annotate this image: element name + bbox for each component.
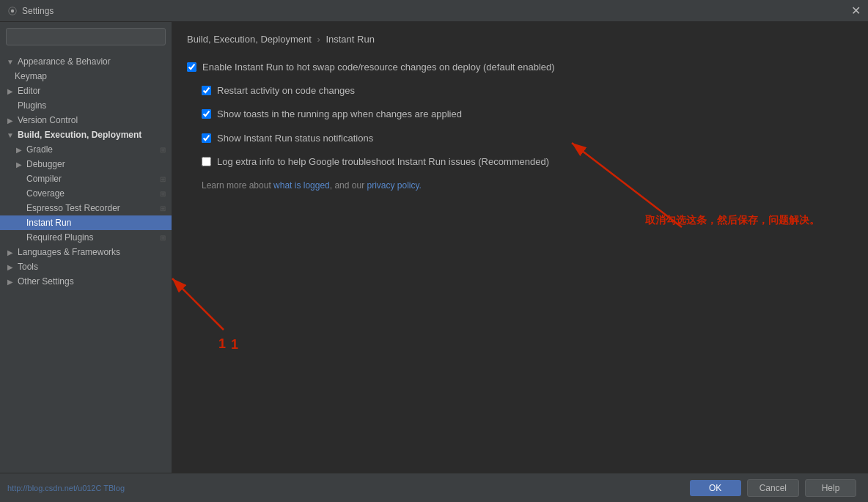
checkbox-label-enable-instant-run: Enable Instant Run to hot swap code/reso…	[202, 61, 555, 74]
checkbox-log-extra-info[interactable]	[202, 157, 211, 166]
sidebar-item-label: Instant Run	[15, 218, 71, 228]
checkbox-label-status-notifications: Show Instant Run status notifications	[217, 132, 373, 145]
expand-arrow	[6, 116, 15, 125]
sidebar-item-plugins[interactable]: Plugins	[0, 98, 172, 113]
sidebar-item-instant-run[interactable]: Instant Run	[0, 215, 172, 230]
learn-more-link-1[interactable]: what is logged	[273, 180, 330, 191]
help-button[interactable]: Help	[805, 479, 856, 497]
sidebar-item-espresso-test-recorder[interactable]: Espresso Test Recorder ⊞	[0, 201, 172, 215]
expand-arrow	[15, 145, 23, 154]
main-layout: Appearance & Behavior Keymap Editor Plug…	[0, 22, 868, 473]
sidebar-item-label: Required Plugins	[15, 232, 93, 243]
expand-arrow	[6, 277, 15, 286]
checkbox-row-enable-instant-run: Enable Instant Run to hot swap code/reso…	[187, 59, 853, 75]
sidebar-item-label: Version Control	[18, 115, 78, 125]
sidebar-item-other-settings[interactable]: Other Settings	[0, 274, 172, 289]
sidebar-item-label: Keymap	[15, 71, 47, 81]
sidebar-item-label: Debugger	[26, 159, 65, 169]
search-input[interactable]	[6, 28, 166, 45]
sidebar-item-version-control[interactable]: Version Control	[0, 113, 172, 128]
sidebar-item-gradle[interactable]: Gradle ⊞	[0, 142, 172, 157]
sidebar-item-languages-frameworks[interactable]: Languages & Frameworks	[0, 245, 172, 259]
expand-arrow	[15, 160, 23, 169]
breadcrumb: Build, Execution, Deployment › Instant R…	[187, 34, 853, 45]
expand-arrow	[6, 86, 15, 95]
ok-button[interactable]: OK	[690, 480, 741, 496]
window-title: Settings	[22, 6, 54, 16]
bottom-bar-link[interactable]: http://blog.csdn.net/u012C TBlog	[7, 484, 125, 492]
breadcrumb-part-2: Instant Run	[326, 34, 375, 45]
sidebar-item-editor[interactable]: Editor	[0, 84, 172, 98]
sidebar-item-debugger[interactable]: Debugger	[0, 157, 172, 171]
sidebar-item-label: Editor	[18, 86, 40, 96]
checkbox-status-notifications[interactable]	[202, 133, 211, 143]
sidebar-item-label: Other Settings	[18, 276, 74, 287]
copy-icon: ⊞	[160, 175, 166, 183]
close-button[interactable]: ✕	[851, 5, 861, 17]
expand-arrow	[6, 130, 15, 139]
checkbox-label-show-toasts: Show toasts in the running app when chan…	[217, 108, 462, 121]
sidebar-item-coverage[interactable]: Coverage ⊞	[0, 186, 172, 201]
copy-icon: ⊞	[160, 204, 166, 213]
learn-more-prefix: Learn more about	[202, 180, 273, 191]
checkbox-label-log-extra-info: Log extra info to help Google troublesho…	[217, 155, 549, 169]
expand-arrow	[6, 57, 15, 66]
breadcrumb-part-1: Build, Execution, Deployment	[187, 34, 312, 45]
sidebar-item-tools[interactable]: Tools	[0, 259, 172, 274]
sidebar-item-keymap[interactable]: Keymap	[0, 69, 172, 84]
checkbox-restart-activity[interactable]	[202, 86, 211, 95]
title-bar: Settings ✕	[0, 0, 868, 22]
checkbox-enable-instant-run[interactable]	[187, 62, 196, 72]
expand-arrow	[6, 262, 15, 271]
learn-more-text: Learn more about what is logged, and our…	[187, 180, 853, 191]
sidebar-item-label: Build, Execution, Deployment	[18, 130, 141, 140]
copy-icon: ⊞	[160, 190, 166, 198]
sidebar-item-label: Appearance & Behavior	[18, 56, 111, 67]
sidebar-item-build-execution-deployment[interactable]: Build, Execution, Deployment	[0, 128, 172, 142]
sidebar-item-label: Gradle	[26, 144, 53, 155]
learn-more-middle: , and our	[330, 180, 367, 191]
sidebar-item-label: Coverage	[15, 188, 65, 199]
cancel-button[interactable]: Cancel	[747, 479, 799, 497]
expand-arrow	[6, 248, 15, 256]
breadcrumb-separator: ›	[317, 34, 320, 45]
sidebar-item-appearance-behavior[interactable]: Appearance & Behavior	[0, 54, 172, 69]
copy-icon: ⊞	[160, 146, 166, 154]
checkbox-row-restart-activity: Restart activity on code changes	[187, 83, 853, 99]
annotation-number: 1	[231, 337, 238, 352]
learn-more-link-2[interactable]: privacy policy.	[367, 180, 421, 191]
sidebar-item-label: Compiler	[15, 174, 62, 184]
nav-tree: Appearance & Behavior Keymap Editor Plug…	[0, 51, 172, 473]
checkbox-label-restart-activity: Restart activity on code changes	[217, 84, 355, 97]
sidebar-item-label: Tools	[18, 262, 38, 272]
sidebar-item-label: Plugins	[18, 100, 46, 111]
copy-icon: ⊞	[160, 234, 166, 242]
svg-point-0	[11, 9, 14, 12]
checkbox-row-show-toasts: Show toasts in the running app when chan…	[187, 106, 853, 122]
sidebar-item-label: Espresso Test Recorder	[15, 203, 120, 213]
checkbox-row-log-extra-info: Log extra info to help Google troublesho…	[187, 154, 853, 170]
sidebar-item-label: Languages & Frameworks	[18, 247, 120, 257]
content-area: Build, Execution, Deployment › Instant R…	[172, 22, 868, 473]
settings-section: Enable Instant Run to hot swap code/reso…	[187, 59, 853, 191]
sidebar-item-compiler[interactable]: Compiler ⊞	[0, 171, 172, 186]
sidebar-item-required-plugins[interactable]: Required Plugins ⊞	[0, 230, 172, 245]
checkbox-row-status-notifications: Show Instant Run status notifications	[187, 130, 853, 147]
bottom-bar: http://blog.csdn.net/u012C TBlog OK Canc…	[0, 473, 868, 502]
checkbox-show-toasts[interactable]	[202, 109, 211, 119]
sidebar: Appearance & Behavior Keymap Editor Plug…	[0, 22, 172, 473]
settings-icon	[7, 6, 18, 16]
